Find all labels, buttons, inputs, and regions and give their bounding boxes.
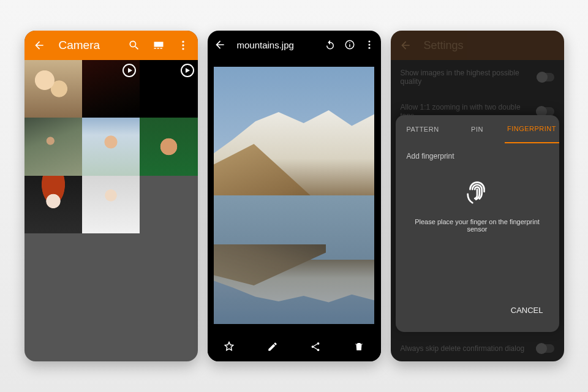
play-icon xyxy=(181,64,194,77)
play-icon xyxy=(123,64,136,77)
search-icon[interactable] xyxy=(127,39,141,51)
thumbnail[interactable] xyxy=(24,118,82,175)
toggle[interactable] xyxy=(536,107,554,116)
toggle[interactable] xyxy=(537,73,554,81)
thumbnail[interactable] xyxy=(82,176,140,233)
thumbnail[interactable] xyxy=(24,176,82,233)
tab-fingerprint[interactable]: FINGERPRINT xyxy=(505,115,559,143)
thumbnail[interactable] xyxy=(140,60,197,118)
security-tabs: PATTERN PIN FINGERPRINT xyxy=(396,115,559,143)
settings-screen: Settings Show images in the highest poss… xyxy=(391,31,564,361)
share-icon[interactable] xyxy=(309,340,322,353)
rotate-icon[interactable] xyxy=(325,39,336,50)
svg-point-5 xyxy=(349,42,350,43)
svg-point-6 xyxy=(368,40,370,42)
thumbnail[interactable] xyxy=(140,118,197,175)
viewer-toolbar: mountains.jpg xyxy=(208,31,381,59)
view-mode-icon[interactable] xyxy=(151,39,166,51)
sheet-hint: Please place your finger on the fingerpr… xyxy=(407,218,548,233)
gallery-toolbar: Camera xyxy=(24,31,198,60)
star-icon[interactable] xyxy=(222,340,236,353)
security-sheet: PATTERN PIN FINGERPRINT Add fingerprint … xyxy=(396,115,559,332)
settings-toolbar: Settings xyxy=(391,31,564,60)
thumbnail[interactable] xyxy=(82,60,140,118)
toggle[interactable] xyxy=(536,344,554,353)
thumbnail[interactable] xyxy=(24,60,82,118)
back-arrow-icon[interactable] xyxy=(399,39,412,51)
svg-point-7 xyxy=(368,44,370,46)
tab-pin[interactable]: PIN xyxy=(450,115,505,143)
more-vert-icon[interactable] xyxy=(176,39,190,51)
thumbnail-grid xyxy=(24,60,198,233)
back-arrow-icon[interactable] xyxy=(214,39,226,51)
tab-pattern[interactable]: PATTERN xyxy=(396,115,450,143)
setting-label: Show images in the highest possible qual… xyxy=(401,69,537,86)
svg-point-0 xyxy=(182,41,184,43)
gallery-screen: Camera xyxy=(24,31,198,361)
viewer-bottom-bar xyxy=(208,332,381,361)
gallery-title: Camera xyxy=(59,39,127,52)
back-arrow-icon[interactable] xyxy=(32,39,47,51)
sheet-subtitle: Add fingerprint xyxy=(407,152,454,160)
settings-title: Settings xyxy=(424,39,464,52)
setting-row[interactable]: Always skip delete confirmation dialog xyxy=(391,336,564,361)
thumbnail[interactable] xyxy=(82,118,140,175)
mountain-image xyxy=(214,67,374,324)
svg-point-2 xyxy=(182,48,184,50)
more-vert-icon[interactable] xyxy=(364,39,375,50)
setting-label: Always skip delete confirmation dialog xyxy=(401,344,525,353)
info-icon[interactable] xyxy=(344,39,355,50)
viewer-filename: mountains.jpg xyxy=(237,40,325,50)
viewer-screen: mountains.jpg xyxy=(208,31,381,361)
trash-icon[interactable] xyxy=(352,340,366,353)
setting-row[interactable]: Show images in the highest possible qual… xyxy=(391,60,564,94)
image-viewport[interactable] xyxy=(208,59,381,332)
svg-point-8 xyxy=(368,47,370,49)
fingerprint-icon xyxy=(463,178,491,206)
cancel-button[interactable]: CANCEL xyxy=(506,297,548,323)
svg-point-1 xyxy=(182,44,184,46)
edit-icon[interactable] xyxy=(266,340,279,353)
